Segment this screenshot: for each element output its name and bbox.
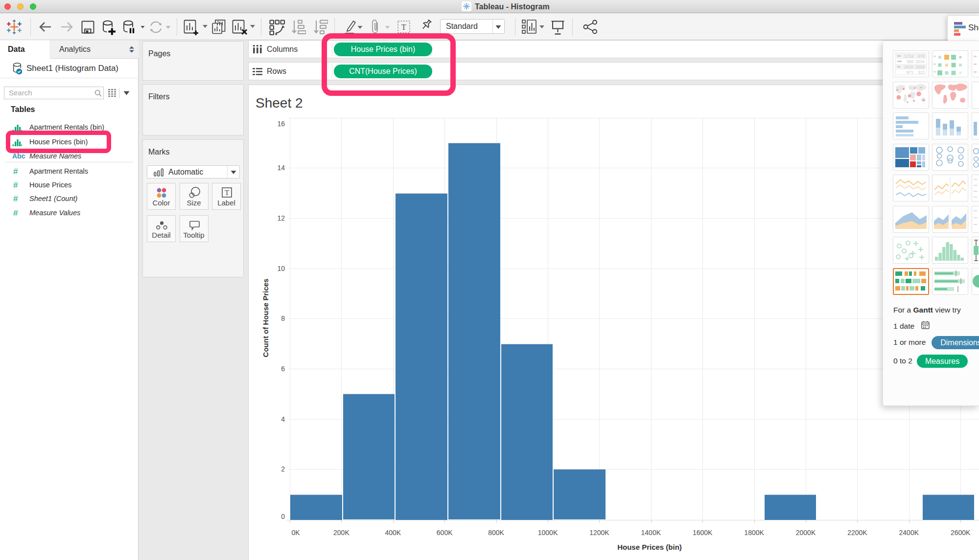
svg-text:368: 368 [906,59,913,64]
svg-text:2559: 2559 [915,65,925,69]
svg-text:971: 971 [906,70,913,75]
svg-text:3034: 3034 [915,59,925,64]
svg-text:2620: 2620 [904,65,913,69]
svg-text:1234: 1234 [904,54,913,59]
svg-text:T: T [401,23,406,31]
svg-text:T: T [225,189,229,197]
svg-text:678: 678 [917,54,924,59]
svg-text:322: 322 [917,70,924,75]
